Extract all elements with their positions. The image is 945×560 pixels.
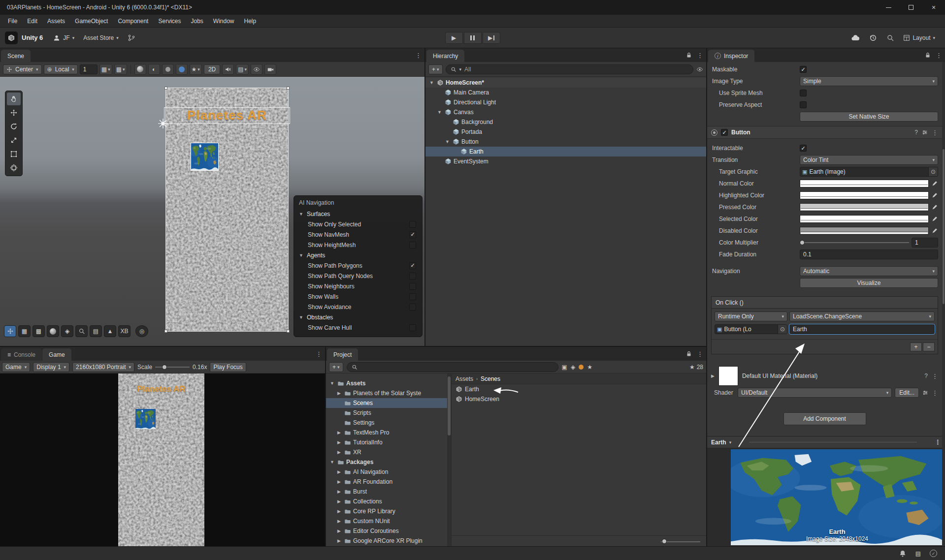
- expand-arrow[interactable]: ▼: [329, 460, 335, 465]
- tab-project[interactable]: Project: [327, 348, 358, 361]
- presets-icon[interactable]: [921, 129, 928, 136]
- tree-row[interactable]: ▶XR: [326, 447, 447, 457]
- audio-mute-button[interactable]: [222, 64, 234, 75]
- step-button[interactable]: ▶: [483, 32, 500, 44]
- highlighted-color-swatch[interactable]: [800, 191, 929, 199]
- eyedropper-icon[interactable]: [931, 204, 938, 211]
- material-thumbnail[interactable]: [718, 366, 738, 386]
- color-multiplier-slider[interactable]: [800, 239, 909, 247]
- display-dropdown[interactable]: Display 1▾: [33, 362, 69, 372]
- menu-services[interactable]: Services: [153, 15, 186, 27]
- event-argument-input[interactable]: Earth: [789, 324, 935, 334]
- sphere-overlay-button[interactable]: [47, 325, 59, 337]
- tree-row[interactable]: ▶Google ARCore XR Plugin: [326, 536, 447, 546]
- checkbox[interactable]: [409, 324, 416, 331]
- tab-scene[interactable]: Scene: [1, 50, 31, 62]
- asset-item-homescreen[interactable]: HomeScreen: [452, 394, 706, 404]
- game-earth-button[interactable]: [135, 409, 156, 429]
- game-viewport[interactable]: Planetes AR: [0, 373, 325, 546]
- transition-dropdown[interactable]: Color Tint▾: [800, 155, 938, 165]
- help-icon[interactable]: ?: [914, 129, 918, 136]
- move-gizmo-icon[interactable]: [158, 118, 168, 129]
- grid-overlay-button[interactable]: ▦: [18, 325, 31, 337]
- expand-arrow[interactable]: ▶: [336, 519, 342, 524]
- hierarchy-row[interactable]: Directional Light: [425, 97, 706, 107]
- scene-viewport[interactable]: Planetes AR AI Navigation ▼Surfaces Show…: [0, 77, 424, 346]
- image-type-dropdown[interactable]: Simple▾: [800, 76, 938, 86]
- event-target-field[interactable]: ▣Button (Lo⊙: [715, 324, 787, 334]
- tree-row-packages[interactable]: ▼Packages: [326, 457, 447, 467]
- menu-assets[interactable]: Assets: [42, 15, 70, 27]
- expand-arrow[interactable]: ▶: [336, 509, 342, 514]
- expand-arrow[interactable]: ▶: [336, 450, 342, 455]
- expand-arrow[interactable]: ▼: [444, 139, 451, 144]
- expand-arrow[interactable]: ▶: [336, 489, 342, 494]
- grid-visibility-dropdown[interactable]: ▩▾: [114, 64, 127, 75]
- object-picker-icon[interactable]: ⊙: [928, 167, 938, 176]
- panel-menu-icon[interactable]: ⋮: [697, 52, 703, 59]
- thumbnail-zoom-slider[interactable]: [661, 538, 700, 545]
- search-overlay-button[interactable]: [75, 325, 88, 337]
- create-object-dropdown[interactable]: +▾: [428, 64, 443, 74]
- presets-icon[interactable]: [922, 389, 929, 396]
- hand-tool-button[interactable]: [7, 93, 21, 105]
- tree-row[interactable]: Scripts: [326, 408, 447, 418]
- minimize-button[interactable]: [877, 0, 900, 15]
- hierarchy-row[interactable]: EventSystem: [425, 156, 706, 166]
- tab-console[interactable]: ≡Console: [1, 348, 42, 361]
- tree-row[interactable]: ▶Collections: [326, 497, 447, 506]
- mesh-overlay-button[interactable]: ▩: [33, 325, 45, 337]
- earth-button-object[interactable]: [191, 143, 218, 170]
- play-focus-dropdown[interactable]: Play Focus: [210, 362, 246, 372]
- panel-menu-icon[interactable]: ⋮: [316, 350, 322, 358]
- visualize-button[interactable]: Visualize: [800, 278, 938, 288]
- layers-overlay-button[interactable]: ▤: [90, 325, 102, 337]
- effects-dropdown[interactable]: ★▾: [190, 64, 202, 75]
- cloud-icon[interactable]: [851, 33, 860, 42]
- resolution-dropdown[interactable]: 2160x1080 Portrait▾: [72, 362, 134, 372]
- expand-arrow[interactable]: ▶: [336, 391, 342, 396]
- scrollbar-thumb[interactable]: [448, 376, 451, 436]
- checkbox[interactable]: [409, 293, 416, 300]
- tree-row[interactable]: ▶TextMesh Pro: [326, 428, 447, 437]
- grid-size-field[interactable]: 1: [80, 64, 98, 74]
- ai-nav-group-surfaces[interactable]: ▼Surfaces: [294, 209, 422, 219]
- layers-dropdown[interactable]: ▤▾: [236, 64, 249, 75]
- menu-edit[interactable]: Edit: [22, 15, 42, 27]
- close-button[interactable]: ×: [922, 0, 945, 15]
- menu-jobs[interactable]: Jobs: [186, 15, 208, 27]
- lock-icon[interactable]: [685, 52, 692, 59]
- tool-handle-position-dropdown[interactable]: Center▾: [3, 64, 42, 74]
- hierarchy-row[interactable]: Portada: [425, 127, 706, 137]
- create-asset-dropdown[interactable]: +▾: [329, 362, 343, 372]
- eyedropper-icon[interactable]: [931, 227, 938, 234]
- expand-arrow[interactable]: ▶: [336, 538, 342, 543]
- shader-dropdown[interactable]: UI/Default▾: [738, 388, 892, 398]
- expand-arrow[interactable]: ▶: [336, 430, 342, 435]
- expand-arrow[interactable]: ▶: [336, 499, 342, 504]
- interactable-checkbox[interactable]: ✓: [800, 145, 807, 152]
- rect-handle[interactable]: [287, 330, 290, 333]
- toggle-2d-button[interactable]: 2D: [204, 64, 220, 74]
- menu-window[interactable]: Window: [208, 15, 239, 27]
- foldout-arrow-icon[interactable]: ▶: [711, 373, 715, 378]
- lock-icon[interactable]: [685, 350, 692, 357]
- hierarchy-row[interactable]: Background: [425, 117, 706, 127]
- grid-snap-dropdown[interactable]: ▦▾: [99, 64, 112, 75]
- asset-store-dropdown[interactable]: Asset Store ▾: [83, 34, 119, 41]
- menu-gameobject[interactable]: GameObject: [70, 15, 113, 27]
- eye-icon[interactable]: [696, 66, 703, 73]
- menu-component[interactable]: Component: [113, 15, 153, 27]
- expand-arrow[interactable]: ▼: [436, 110, 443, 115]
- checkbox[interactable]: ✓: [409, 262, 416, 269]
- layers-status-icon[interactable]: ▤: [915, 550, 921, 557]
- object-picker-icon[interactable]: ⊙: [778, 325, 787, 334]
- move-tool-button[interactable]: [7, 106, 21, 119]
- event-mode-dropdown[interactable]: Runtime Only▾: [715, 311, 787, 321]
- add-component-button[interactable]: Add Component: [783, 412, 866, 425]
- menu-help[interactable]: Help: [239, 15, 261, 27]
- tab-inspector[interactable]: i Inspector: [708, 50, 754, 62]
- checkbox[interactable]: ✓: [409, 231, 416, 238]
- search-icon[interactable]: [886, 34, 894, 42]
- component-menu-icon[interactable]: ⋮: [932, 129, 938, 136]
